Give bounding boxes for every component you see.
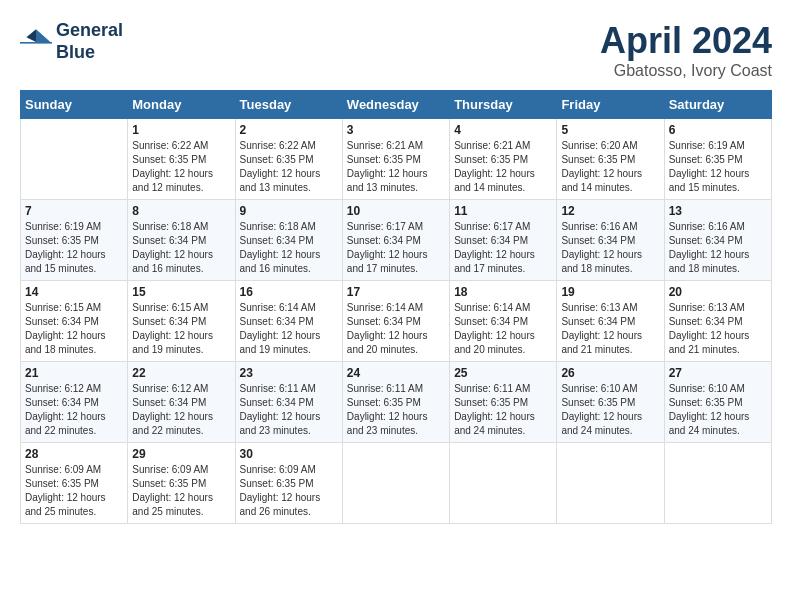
day-info: Sunrise: 6:19 AM Sunset: 6:35 PM Dayligh…	[669, 139, 767, 195]
day-cell: 3Sunrise: 6:21 AM Sunset: 6:35 PM Daylig…	[342, 119, 449, 200]
day-cell: 29Sunrise: 6:09 AM Sunset: 6:35 PM Dayli…	[128, 443, 235, 524]
day-number: 22	[132, 366, 230, 380]
day-cell: 12Sunrise: 6:16 AM Sunset: 6:34 PM Dayli…	[557, 200, 664, 281]
day-cell	[450, 443, 557, 524]
title-area: April 2024 Gbatosso, Ivory Coast	[600, 20, 772, 80]
col-header-sunday: Sunday	[21, 91, 128, 119]
day-number: 29	[132, 447, 230, 461]
day-number: 26	[561, 366, 659, 380]
day-info: Sunrise: 6:10 AM Sunset: 6:35 PM Dayligh…	[669, 382, 767, 438]
day-number: 23	[240, 366, 338, 380]
day-cell: 27Sunrise: 6:10 AM Sunset: 6:35 PM Dayli…	[664, 362, 771, 443]
day-number: 7	[25, 204, 123, 218]
day-cell: 28Sunrise: 6:09 AM Sunset: 6:35 PM Dayli…	[21, 443, 128, 524]
day-info: Sunrise: 6:13 AM Sunset: 6:34 PM Dayligh…	[669, 301, 767, 357]
day-number: 19	[561, 285, 659, 299]
week-row-4: 21Sunrise: 6:12 AM Sunset: 6:34 PM Dayli…	[21, 362, 772, 443]
logo-icon	[20, 26, 52, 58]
day-cell: 21Sunrise: 6:12 AM Sunset: 6:34 PM Dayli…	[21, 362, 128, 443]
col-header-friday: Friday	[557, 91, 664, 119]
day-info: Sunrise: 6:14 AM Sunset: 6:34 PM Dayligh…	[240, 301, 338, 357]
page: General Blue April 2024 Gbatosso, Ivory …	[0, 0, 792, 534]
day-info: Sunrise: 6:09 AM Sunset: 6:35 PM Dayligh…	[240, 463, 338, 519]
logo-line2: Blue	[56, 42, 123, 64]
day-info: Sunrise: 6:09 AM Sunset: 6:35 PM Dayligh…	[25, 463, 123, 519]
day-cell: 8Sunrise: 6:18 AM Sunset: 6:34 PM Daylig…	[128, 200, 235, 281]
col-header-wednesday: Wednesday	[342, 91, 449, 119]
day-info: Sunrise: 6:17 AM Sunset: 6:34 PM Dayligh…	[347, 220, 445, 276]
calendar-table: SundayMondayTuesdayWednesdayThursdayFrid…	[20, 90, 772, 524]
day-number: 28	[25, 447, 123, 461]
day-number: 6	[669, 123, 767, 137]
day-number: 2	[240, 123, 338, 137]
day-cell	[342, 443, 449, 524]
day-cell	[21, 119, 128, 200]
day-cell: 18Sunrise: 6:14 AM Sunset: 6:34 PM Dayli…	[450, 281, 557, 362]
day-number: 30	[240, 447, 338, 461]
day-number: 21	[25, 366, 123, 380]
day-cell: 30Sunrise: 6:09 AM Sunset: 6:35 PM Dayli…	[235, 443, 342, 524]
day-info: Sunrise: 6:18 AM Sunset: 6:34 PM Dayligh…	[240, 220, 338, 276]
day-cell: 15Sunrise: 6:15 AM Sunset: 6:34 PM Dayli…	[128, 281, 235, 362]
day-number: 15	[132, 285, 230, 299]
day-info: Sunrise: 6:11 AM Sunset: 6:35 PM Dayligh…	[454, 382, 552, 438]
day-number: 27	[669, 366, 767, 380]
day-info: Sunrise: 6:11 AM Sunset: 6:35 PM Dayligh…	[347, 382, 445, 438]
day-number: 11	[454, 204, 552, 218]
location: Gbatosso, Ivory Coast	[600, 62, 772, 80]
day-number: 24	[347, 366, 445, 380]
day-info: Sunrise: 6:14 AM Sunset: 6:34 PM Dayligh…	[347, 301, 445, 357]
day-number: 10	[347, 204, 445, 218]
day-cell: 4Sunrise: 6:21 AM Sunset: 6:35 PM Daylig…	[450, 119, 557, 200]
day-cell: 19Sunrise: 6:13 AM Sunset: 6:34 PM Dayli…	[557, 281, 664, 362]
day-cell: 1Sunrise: 6:22 AM Sunset: 6:35 PM Daylig…	[128, 119, 235, 200]
day-cell: 5Sunrise: 6:20 AM Sunset: 6:35 PM Daylig…	[557, 119, 664, 200]
day-number: 18	[454, 285, 552, 299]
day-cell: 24Sunrise: 6:11 AM Sunset: 6:35 PM Dayli…	[342, 362, 449, 443]
day-info: Sunrise: 6:22 AM Sunset: 6:35 PM Dayligh…	[132, 139, 230, 195]
day-cell: 11Sunrise: 6:17 AM Sunset: 6:34 PM Dayli…	[450, 200, 557, 281]
day-info: Sunrise: 6:19 AM Sunset: 6:35 PM Dayligh…	[25, 220, 123, 276]
day-cell: 20Sunrise: 6:13 AM Sunset: 6:34 PM Dayli…	[664, 281, 771, 362]
day-info: Sunrise: 6:14 AM Sunset: 6:34 PM Dayligh…	[454, 301, 552, 357]
day-info: Sunrise: 6:13 AM Sunset: 6:34 PM Dayligh…	[561, 301, 659, 357]
day-number: 8	[132, 204, 230, 218]
day-cell: 10Sunrise: 6:17 AM Sunset: 6:34 PM Dayli…	[342, 200, 449, 281]
day-cell: 14Sunrise: 6:15 AM Sunset: 6:34 PM Dayli…	[21, 281, 128, 362]
header: General Blue April 2024 Gbatosso, Ivory …	[20, 20, 772, 80]
day-number: 1	[132, 123, 230, 137]
col-header-saturday: Saturday	[664, 91, 771, 119]
logo-line1: General	[56, 20, 123, 42]
header-row: SundayMondayTuesdayWednesdayThursdayFrid…	[21, 91, 772, 119]
day-number: 17	[347, 285, 445, 299]
day-cell: 25Sunrise: 6:11 AM Sunset: 6:35 PM Dayli…	[450, 362, 557, 443]
day-info: Sunrise: 6:09 AM Sunset: 6:35 PM Dayligh…	[132, 463, 230, 519]
day-cell: 23Sunrise: 6:11 AM Sunset: 6:34 PM Dayli…	[235, 362, 342, 443]
day-info: Sunrise: 6:21 AM Sunset: 6:35 PM Dayligh…	[347, 139, 445, 195]
week-row-2: 7Sunrise: 6:19 AM Sunset: 6:35 PM Daylig…	[21, 200, 772, 281]
day-cell	[664, 443, 771, 524]
week-row-1: 1Sunrise: 6:22 AM Sunset: 6:35 PM Daylig…	[21, 119, 772, 200]
day-number: 4	[454, 123, 552, 137]
day-info: Sunrise: 6:16 AM Sunset: 6:34 PM Dayligh…	[561, 220, 659, 276]
day-cell: 22Sunrise: 6:12 AM Sunset: 6:34 PM Dayli…	[128, 362, 235, 443]
day-number: 16	[240, 285, 338, 299]
day-cell: 13Sunrise: 6:16 AM Sunset: 6:34 PM Dayli…	[664, 200, 771, 281]
day-cell: 16Sunrise: 6:14 AM Sunset: 6:34 PM Dayli…	[235, 281, 342, 362]
day-number: 14	[25, 285, 123, 299]
day-cell: 9Sunrise: 6:18 AM Sunset: 6:34 PM Daylig…	[235, 200, 342, 281]
day-info: Sunrise: 6:12 AM Sunset: 6:34 PM Dayligh…	[132, 382, 230, 438]
day-number: 3	[347, 123, 445, 137]
day-cell: 26Sunrise: 6:10 AM Sunset: 6:35 PM Dayli…	[557, 362, 664, 443]
day-cell: 17Sunrise: 6:14 AM Sunset: 6:34 PM Dayli…	[342, 281, 449, 362]
day-cell	[557, 443, 664, 524]
col-header-thursday: Thursday	[450, 91, 557, 119]
day-number: 25	[454, 366, 552, 380]
day-info: Sunrise: 6:11 AM Sunset: 6:34 PM Dayligh…	[240, 382, 338, 438]
svg-rect-3	[20, 42, 52, 44]
month-title: April 2024	[600, 20, 772, 62]
day-info: Sunrise: 6:20 AM Sunset: 6:35 PM Dayligh…	[561, 139, 659, 195]
day-number: 9	[240, 204, 338, 218]
day-info: Sunrise: 6:15 AM Sunset: 6:34 PM Dayligh…	[132, 301, 230, 357]
day-info: Sunrise: 6:18 AM Sunset: 6:34 PM Dayligh…	[132, 220, 230, 276]
